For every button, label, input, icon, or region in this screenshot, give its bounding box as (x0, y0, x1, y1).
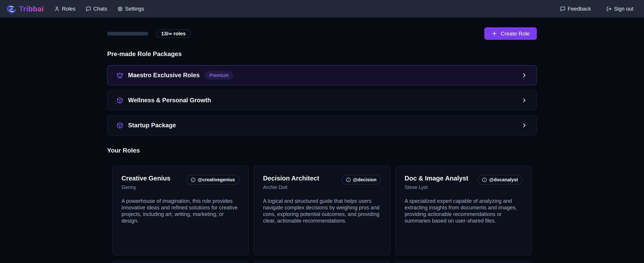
info-icon (482, 177, 487, 182)
main-content: 13/∞ roles Create Role Pre-made Role Pac… (0, 27, 644, 263)
role-subtitle: Steve Lyst (404, 185, 468, 190)
topbar-right: Feedback Sign out (560, 6, 634, 12)
role-handle: @decision (353, 177, 376, 182)
tribbai-logo-icon (7, 4, 16, 13)
brand-name: Tribbai (19, 4, 44, 13)
role-card-creative-genius[interactable]: Creative Genius Genny @creativegenius A … (112, 166, 249, 256)
role-card-doc-image-analyst[interactable]: Doc & Image Analyst Steve Lyst @docanaly… (395, 166, 532, 256)
feedback-button[interactable]: Feedback (560, 6, 591, 12)
top-navigation-bar: Tribbai Roles Chats Settings Fe (0, 0, 644, 18)
role-card-partial[interactable] (254, 261, 390, 263)
nav-label: Chats (93, 6, 107, 12)
package-row-wellness[interactable]: Wellness & Personal Growth (107, 90, 537, 110)
role-handle-badge[interactable]: @creativegenius (186, 175, 240, 185)
package-title: Maestro Exclusive Roles (128, 72, 200, 79)
role-title: Doc & Image Analyst (404, 175, 468, 182)
package-title: Startup Package (128, 122, 176, 129)
nav-item-chats[interactable]: Chats (86, 6, 107, 12)
role-handle: @creativegenius (198, 177, 235, 182)
create-role-label: Create Role (501, 30, 530, 37)
nav-label: Roles (62, 6, 75, 12)
plus-icon (491, 30, 498, 37)
role-description: A powerhouse of imagination, this role p… (122, 198, 240, 224)
role-subtitle: Genny (122, 185, 170, 190)
premade-packages-heading: Pre-made Role Packages (107, 50, 537, 57)
nav-label: Settings (125, 6, 144, 12)
main-nav: Roles Chats Settings (54, 6, 144, 12)
roles-count-badge: 13/∞ roles (156, 29, 191, 38)
sign-out-icon (606, 6, 612, 11)
roles-count-label: 13/∞ roles (161, 31, 186, 37)
role-title: Creative Genius (122, 175, 170, 182)
role-description: A logical and structured guide that help… (263, 198, 381, 224)
package-row-maestro[interactable]: Maestro Exclusive Roles Premium (107, 65, 537, 85)
your-roles-heading: Your Roles (107, 147, 537, 154)
package-icon (116, 122, 123, 129)
chevron-right-icon (521, 122, 528, 129)
roles-grid: Creative Genius Genny @creativegenius A … (112, 166, 532, 263)
roles-progress-bar (107, 32, 148, 35)
user-icon (54, 6, 60, 11)
roles-toolbar: 13/∞ roles Create Role (107, 27, 537, 40)
feedback-label: Feedback (568, 6, 591, 12)
chat-bubble-icon (560, 6, 566, 11)
role-subtitle: Archie Doit (263, 185, 319, 190)
brand-logo[interactable]: Tribbai (7, 4, 44, 13)
gear-icon (118, 6, 123, 11)
role-card-partial[interactable] (112, 261, 249, 263)
chevron-right-icon (521, 97, 528, 104)
info-icon (346, 177, 351, 182)
nav-item-settings[interactable]: Settings (118, 6, 144, 12)
chevron-right-icon (521, 72, 528, 78)
role-title: Decision Architect (263, 175, 319, 182)
info-icon (191, 177, 196, 182)
nav-item-roles[interactable]: Roles (54, 6, 75, 12)
package-row-startup[interactable]: Startup Package (107, 115, 537, 135)
create-role-button[interactable]: Create Role (484, 27, 537, 40)
sign-out-label: Sign out (614, 6, 634, 12)
crown-icon (116, 72, 123, 79)
package-title: Wellness & Personal Growth (128, 97, 211, 104)
package-list: Maestro Exclusive Roles Premium Wellness… (107, 65, 537, 135)
role-handle-badge[interactable]: @decision (342, 175, 381, 185)
chat-bubble-icon (86, 6, 91, 11)
role-card-partial[interactable] (395, 261, 532, 263)
sign-out-button[interactable]: Sign out (606, 6, 634, 12)
role-handle: @docanalyst (489, 177, 518, 182)
premium-badge: Premium (205, 71, 233, 80)
package-icon (116, 97, 123, 104)
role-handle-badge[interactable]: @docanalyst (478, 175, 522, 185)
role-description: A specialized expert capable of analyzin… (404, 198, 522, 224)
role-card-decision-architect[interactable]: Decision Architect Archie Doit @decision… (254, 166, 390, 256)
